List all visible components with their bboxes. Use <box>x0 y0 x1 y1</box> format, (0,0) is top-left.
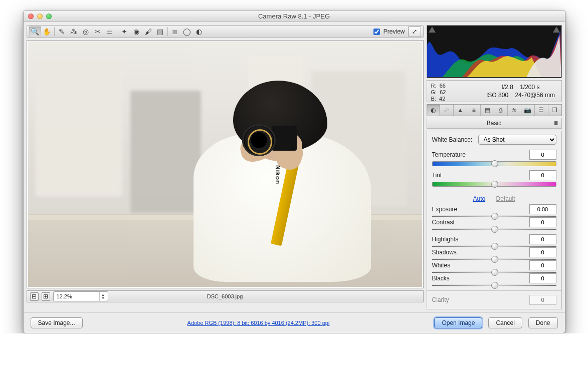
camera-strap-brand: Nikon <box>274 165 281 184</box>
white-balance-select[interactable]: As Shot <box>478 135 556 145</box>
preview-checkbox[interactable] <box>373 29 380 35</box>
slider-thumb-icon[interactable] <box>491 160 498 167</box>
shutter-value: 1/200 s <box>520 84 539 91</box>
tab-presets[interactable]: ☰ <box>535 105 548 116</box>
blacks-slider[interactable] <box>432 284 556 286</box>
highlights-input[interactable] <box>529 234 556 244</box>
preview-label: Preview <box>383 28 405 35</box>
fullscreen-button-icon[interactable]: ⤢ <box>408 26 421 37</box>
default-link[interactable]: Default <box>496 195 515 202</box>
basic-panel: White Balance: As Shot Temperature Tint <box>427 131 562 309</box>
hand-tool-icon[interactable]: ✋ <box>41 27 53 37</box>
panel-tabs: ◐ ☄ ▲ ≡ ▤ ⎙ fx 📷 ☰ ❐ <box>427 104 562 116</box>
temperature-slider[interactable] <box>432 161 556 166</box>
tint-slider[interactable] <box>432 182 556 187</box>
slider-thumb-icon[interactable] <box>491 282 498 289</box>
zoom-window-icon[interactable] <box>46 14 52 19</box>
tab-camera-calibration[interactable]: 📷 <box>521 105 535 116</box>
exposure-slider[interactable] <box>432 215 556 217</box>
shadows-input[interactable] <box>529 247 556 257</box>
slider-thumb-icon[interactable] <box>491 213 498 220</box>
preferences-tool-icon[interactable]: ◯ <box>181 27 193 37</box>
red-eye-tool-icon[interactable]: ◉ <box>130 27 142 37</box>
temperature-input[interactable] <box>529 150 556 160</box>
rotate-tool-icon[interactable]: ◐ <box>193 27 205 37</box>
basic-panel-header: Basic ≣ <box>427 118 562 129</box>
highlights-slider[interactable] <box>432 245 556 247</box>
aperture-value: f/2.8 <box>501 84 513 91</box>
tint-label: Tint <box>432 172 529 179</box>
white-balance-tool-icon[interactable]: ✎ <box>56 27 68 37</box>
clarity-label: Clarity <box>432 296 529 303</box>
clarity-input[interactable] <box>529 295 556 305</box>
close-window-icon[interactable] <box>28 14 34 19</box>
stepper-arrows-icon[interactable]: ▲▼ <box>99 292 107 301</box>
zoom-tool-icon[interactable]: 🔍 <box>29 27 41 37</box>
workflow-options-link[interactable]: Adobe RGB (1998); 8 bit; 6016 by 4016 (2… <box>89 320 429 326</box>
window-title: Camera Raw 8.1 - JPEG <box>24 13 565 20</box>
tab-split-toning[interactable]: ▤ <box>481 105 494 116</box>
slider-thumb-icon[interactable] <box>491 243 498 250</box>
histogram[interactable] <box>427 25 562 78</box>
slider-thumb-icon[interactable] <box>491 256 498 263</box>
open-image-button[interactable]: Open Image <box>434 317 482 328</box>
exposure-label: Exposure <box>432 206 529 213</box>
temperature-label: Temperature <box>432 151 529 158</box>
radial-filter-tool-icon[interactable]: ≣ <box>169 27 181 37</box>
tab-effects[interactable]: fx <box>508 105 521 116</box>
tab-lens-corrections[interactable]: ⎙ <box>494 105 508 116</box>
preview-toggle[interactable]: Preview <box>371 27 405 37</box>
adjustment-brush-tool-icon[interactable]: 🖌 <box>142 27 154 37</box>
blacks-input[interactable] <box>529 273 556 283</box>
rgb-b-value: 42 <box>439 96 445 102</box>
color-sampler-tool-icon[interactable]: ⁂ <box>68 27 80 37</box>
rgb-g-value: 62 <box>440 89 446 95</box>
contrast-slider[interactable] <box>432 228 556 230</box>
zoom-level-select[interactable]: 12.2% ▲▼ <box>53 291 108 301</box>
crop-tool-icon[interactable]: ✂ <box>92 27 104 37</box>
rgb-readout: R: 66 G: 62 B: 42 <box>427 81 480 102</box>
iso-value: ISO 800 <box>486 92 508 99</box>
tab-basic[interactable]: ◐ <box>427 105 441 116</box>
white-balance-label: White Balance: <box>432 136 478 143</box>
whites-label: Whites <box>432 262 529 269</box>
photo-content: Nikon <box>28 42 422 287</box>
graduated-filter-tool-icon[interactable]: ▤ <box>154 27 166 37</box>
cancel-button[interactable]: Cancel <box>488 317 522 328</box>
tab-detail[interactable]: ▲ <box>454 105 467 116</box>
camera-raw-window: Camera Raw 8.1 - JPEG 🔍 ✋ ✎ ⁂ ◎ ✂ ▭ ✦ ◉ … <box>23 10 565 333</box>
auto-default-links: Auto Default <box>432 195 556 202</box>
contrast-label: Contrast <box>432 219 529 226</box>
shadows-label: Shadows <box>432 249 529 256</box>
filmstrip-collapse-icon[interactable]: ⊟ <box>30 292 39 301</box>
slider-thumb-icon[interactable] <box>491 269 498 276</box>
blacks-label: Blacks <box>432 275 529 282</box>
slider-thumb-icon[interactable] <box>491 181 498 188</box>
straighten-tool-icon[interactable]: ▭ <box>104 27 116 37</box>
tab-snapshots[interactable]: ❐ <box>548 105 561 116</box>
spot-removal-tool-icon[interactable]: ✦ <box>118 27 130 37</box>
auto-link[interactable]: Auto <box>473 195 485 202</box>
targeted-adjust-tool-icon[interactable]: ◎ <box>80 27 92 37</box>
window-controls <box>28 14 52 19</box>
filmstrip-expand-icon[interactable]: ⊞ <box>42 292 50 301</box>
tab-hsl[interactable]: ≡ <box>467 105 481 116</box>
zoom-value: 12.2% <box>57 293 72 299</box>
panel-menu-icon[interactable]: ≣ <box>554 120 558 126</box>
minimize-window-icon[interactable] <box>37 14 43 19</box>
filename-label: DSC_6003.jpg <box>207 293 243 299</box>
exposure-input[interactable] <box>529 204 556 214</box>
tab-tone-curve[interactable]: ☄ <box>440 105 454 116</box>
tool-toolbar: 🔍 ✋ ✎ ⁂ ◎ ✂ ▭ ✦ ◉ 🖌 ▤ ≣ ◯ ◐ <box>27 25 424 38</box>
shadows-slider[interactable] <box>432 258 556 260</box>
image-preview[interactable]: Nikon <box>28 42 422 287</box>
image-preview-frame: Nikon <box>27 40 424 288</box>
whites-input[interactable] <box>529 260 556 270</box>
slider-thumb-icon[interactable] <box>491 226 498 233</box>
titlebar[interactable]: Camera Raw 8.1 - JPEG <box>24 11 565 22</box>
done-button[interactable]: Done <box>528 317 558 328</box>
save-image-button[interactable]: Save Image... <box>31 317 83 328</box>
whites-slider[interactable] <box>432 271 556 273</box>
contrast-input[interactable] <box>529 217 556 227</box>
tint-input[interactable] <box>529 170 556 180</box>
